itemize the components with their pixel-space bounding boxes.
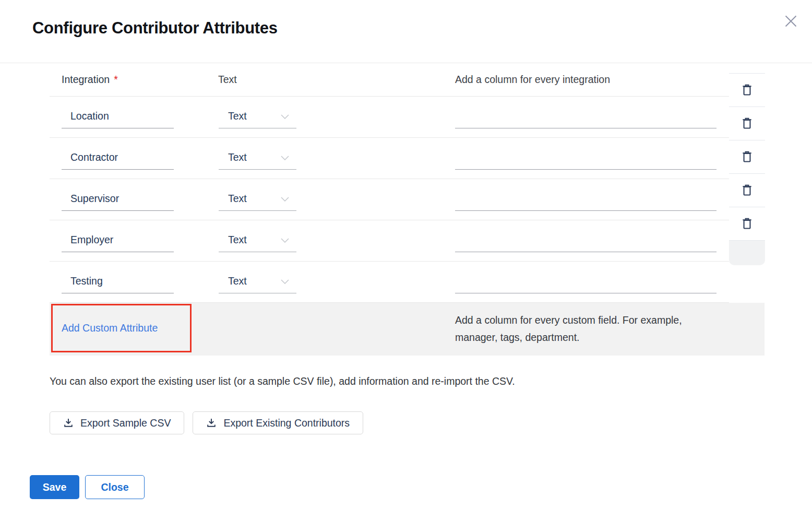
attribute-name-input[interactable] — [62, 228, 174, 252]
export-note: You can also export the existing user li… — [50, 375, 515, 387]
export-sample-csv-button[interactable]: Export Sample CSV — [50, 411, 184, 434]
chevron-down-icon — [281, 114, 289, 119]
attribute-type-value: Text — [228, 193, 247, 205]
add-custom-attribute-highlight: Add Custom Attribute — [51, 304, 192, 352]
download-icon — [63, 418, 74, 428]
trash-icon — [741, 84, 753, 97]
integration-label: Integration — [62, 74, 110, 86]
integration-description: Add a column for every integration — [455, 63, 610, 96]
delete-attribute-button[interactable] — [729, 73, 765, 107]
table-row-contractor: Text — [50, 138, 729, 179]
custom-attribute-description: Add a column for every custom field. For… — [455, 312, 724, 346]
table-row-location: Text — [50, 97, 729, 138]
attribute-column-input[interactable] — [455, 104, 717, 128]
table-row-employer: Text — [50, 220, 729, 262]
chevron-down-icon — [281, 156, 289, 160]
delete-attribute-button[interactable] — [729, 207, 765, 240]
dialog-title: Configure Contributor Attributes — [32, 19, 278, 38]
attribute-type-value: Text — [228, 234, 247, 246]
chevron-down-icon — [281, 238, 289, 243]
chevron-down-icon — [281, 197, 289, 202]
required-asterisk: * — [114, 74, 118, 86]
attribute-type-value: Text — [228, 110, 247, 122]
attribute-name-input[interactable] — [62, 269, 174, 293]
save-button[interactable]: Save — [30, 475, 79, 499]
attribute-type-dropdown[interactable]: Text — [219, 186, 296, 211]
export-existing-contributors-label: Export Existing Contributors — [223, 417, 350, 429]
delete-attribute-button[interactable] — [729, 107, 765, 140]
attribute-type-value: Text — [228, 151, 247, 163]
delete-attribute-button[interactable] — [729, 173, 765, 207]
attribute-column-input[interactable] — [455, 228, 717, 252]
add-custom-attribute-link[interactable]: Add Custom Attribute — [62, 322, 158, 334]
trash-icon — [741, 217, 753, 230]
chevron-down-icon — [281, 279, 289, 284]
attribute-name-input[interactable] — [62, 145, 174, 170]
add-custom-attribute-row: Add Custom Attribute Add a column for ev… — [50, 303, 765, 356]
table-row-testing: Text — [50, 262, 729, 303]
export-sample-csv-label: Export Sample CSV — [80, 417, 171, 429]
table-row-integration: Integration * Text Add a column for ever… — [50, 63, 729, 97]
attribute-column-input[interactable] — [455, 186, 717, 211]
integration-type-label: Text — [218, 63, 237, 96]
delete-attribute-button[interactable] — [729, 140, 765, 173]
download-icon — [206, 418, 217, 428]
attribute-column-input[interactable] — [455, 145, 717, 170]
attribute-type-dropdown[interactable]: Text — [219, 145, 296, 170]
delete-buttons-column — [729, 73, 765, 265]
export-existing-contributors-button[interactable]: Export Existing Contributors — [193, 411, 363, 434]
trash-icon — [741, 117, 753, 130]
attribute-type-dropdown[interactable]: Text — [219, 269, 296, 293]
table-row-supervisor: Text — [50, 179, 729, 220]
trash-icon — [741, 184, 753, 197]
attribute-type-value: Text — [228, 275, 247, 287]
integration-name-cell: Integration * — [62, 63, 118, 96]
close-icon[interactable] — [785, 15, 797, 27]
attribute-column-input[interactable] — [455, 269, 717, 293]
attribute-type-dropdown[interactable]: Text — [219, 104, 296, 128]
attribute-name-input[interactable] — [62, 186, 174, 211]
attribute-name-input[interactable] — [62, 104, 174, 128]
configure-contributor-attributes-dialog: Configure Contributor Attributes Integra… — [0, 0, 812, 520]
delete-column-empty-cell — [729, 240, 765, 265]
close-button[interactable]: Close — [85, 475, 145, 499]
export-buttons: Export Sample CSV Export Existing Contri… — [50, 411, 363, 434]
trash-icon — [741, 150, 753, 163]
attribute-type-dropdown[interactable]: Text — [219, 228, 296, 252]
attributes-table: Integration * Text Add a column for ever… — [50, 63, 765, 356]
